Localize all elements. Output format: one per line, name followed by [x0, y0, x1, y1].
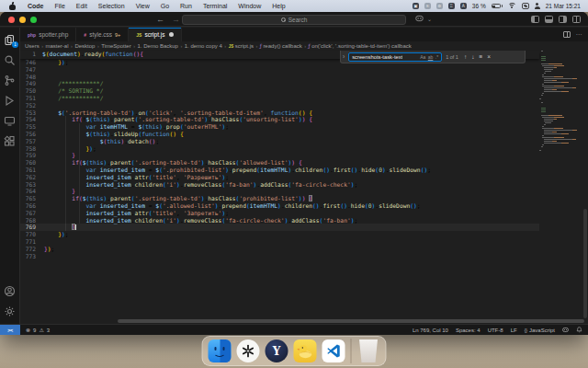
tab-spotter.php[interactable]: phpspotter.php: [20, 28, 76, 41]
tab-script.js[interactable]: JSscript.js: [129, 28, 182, 41]
find-expand-icon[interactable]: ›: [343, 53, 345, 60]
code-line-772[interactable]: 772});: [20, 246, 539, 253]
menu-selection[interactable]: Selection: [93, 3, 130, 9]
whole-word-icon[interactable]: ab: [428, 54, 434, 60]
code-line-771[interactable]: 771: [20, 238, 539, 246]
regex-icon[interactable]: .*: [435, 54, 438, 60]
split-editor-icon[interactable]: [563, 31, 571, 38]
code-line-751[interactable]: 751 /***********/: [20, 95, 539, 102]
vscode-dock-icon[interactable]: [322, 339, 345, 362]
status-spaces-4[interactable]: Spaces: 4: [456, 328, 481, 333]
menu-help[interactable]: Help: [266, 3, 290, 9]
breadcrumb-item[interactable]: Users: [25, 43, 40, 49]
code-line-768[interactable]: 768 inserted_item.children('i').removeCl…: [20, 217, 539, 224]
code-line-769[interactable]: 769 }: [20, 224, 539, 231]
code-lines[interactable]: 746 });747748749 /***********/750 /* SOR…: [20, 59, 539, 324]
chatgpt-dock-icon[interactable]: [237, 339, 260, 362]
code-line-748[interactable]: 748: [20, 74, 539, 81]
zoom-window-button[interactable]: [30, 17, 37, 23]
code-line-763[interactable]: 763 inserted_item.children('i').removeCl…: [20, 181, 539, 189]
apple-menu-icon[interactable]: [9, 3, 16, 10]
menu-terminal[interactable]: Terminal: [198, 3, 232, 9]
vertical-scrollbar[interactable]: [582, 51, 588, 324]
code-line-757[interactable]: 757 $(this).detach();: [20, 138, 539, 145]
modified-dot-icon[interactable]: [169, 32, 174, 37]
status-menu-icon-4[interactable]: ⠿: [448, 3, 455, 9]
match-case-icon[interactable]: Aa: [420, 54, 425, 60]
code-line-750[interactable]: 750 /* SORTING */: [20, 87, 539, 95]
prev-match-icon[interactable]: ↑: [464, 53, 467, 60]
code-line-770[interactable]: 770 });: [20, 231, 539, 238]
problems-indicator[interactable]: ⊗9 ⚠3: [20, 327, 55, 333]
code-line-766[interactable]: 766 var inserted_item = $('.allowed-list…: [20, 202, 539, 210]
breadcrumb-item[interactable]: JSscript.js: [229, 43, 254, 49]
remote-explorer-icon[interactable]: [4, 114, 16, 126]
code-line-764[interactable]: 764 }: [20, 188, 539, 195]
yandex-browser-dock-icon[interactable]: Y: [266, 339, 288, 362]
find-in-selection-icon[interactable]: ≡: [479, 53, 482, 60]
find-input[interactable]: screenshots-task-text Aa ab .*: [348, 52, 442, 62]
code-line-754[interactable]: 754 if(!$(this).parent('.sorting-table-t…: [20, 116, 539, 123]
status-lf[interactable]: LF: [511, 328, 517, 333]
code-line-760[interactable]: 760 if($(this).parent('.sorting-table-td…: [20, 159, 539, 167]
code-line-767[interactable]: 767 inserted_item.attr('title', 'Запрети…: [20, 210, 539, 217]
run-and-debug-icon[interactable]: [4, 94, 16, 106]
code-line-749[interactable]: 749 /***********/: [20, 80, 539, 87]
go-back-button[interactable]: ←: [156, 15, 164, 24]
code-line-765[interactable]: 765 if($(this).parent('.sorting-table-td…: [20, 195, 539, 202]
customize-layout-icon[interactable]: [572, 16, 581, 23]
menu-window[interactable]: Window: [232, 3, 266, 9]
status-menu-icon-2[interactable]: ✳: [424, 3, 431, 9]
breadcrumb-item[interactable]: ƒready() callback: [260, 43, 302, 49]
settings-gear-icon[interactable]: [4, 305, 16, 316]
breadcrumb-item[interactable]: master-al: [46, 43, 69, 49]
go-forward-button[interactable]: →: [172, 15, 180, 24]
breadcrumb-item[interactable]: ƒon('click', '.sorting-table-td-item') c…: [309, 43, 412, 49]
menu-bar-clock[interactable]: 21 Mar 15:21: [546, 3, 582, 9]
user-switch-icon[interactable]: [535, 3, 540, 9]
code-line-761[interactable]: 761 var inserted_item = $('.prohibited-l…: [20, 167, 539, 174]
extensions-icon[interactable]: [4, 134, 16, 146]
more-actions-icon[interactable]: ⋯: [576, 31, 583, 39]
breadcrumb-item[interactable]: TimeSpotter: [101, 43, 130, 49]
control-center-icon[interactable]: [522, 3, 529, 9]
code-line-752[interactable]: 752: [20, 102, 539, 109]
toggle-primary-sidebar-icon[interactable]: [531, 16, 539, 23]
menu-app[interactable]: Code: [22, 3, 50, 9]
remote-indicator[interactable]: ><: [0, 325, 20, 335]
search-view-icon[interactable]: [4, 53, 16, 65]
code-line-759[interactable]: 759 }: [20, 152, 539, 159]
breadcrumb-item[interactable]: Desktop: [74, 43, 95, 49]
breadcrumb-item[interactable]: 1. demo copy 4: [185, 43, 222, 49]
status-menu-icon-3[interactable]: ⚙: [436, 3, 443, 9]
close-window-button[interactable]: [8, 17, 15, 23]
toggle-panel-icon[interactable]: [545, 16, 553, 23]
battery-icon[interactable]: [492, 4, 503, 8]
code-line-762[interactable]: 762 inserted_item.attr('title', 'Разреши…: [20, 174, 539, 181]
tab-style.css[interactable]: #style.css9+: [76, 28, 129, 41]
close-find-icon[interactable]: ×: [487, 53, 491, 60]
notifications-bell-icon[interactable]: [576, 327, 582, 333]
command-center-search[interactable]: Search: [182, 15, 406, 25]
status-menu-icon-5[interactable]: A: [460, 3, 467, 9]
menu-edit[interactable]: Edit: [71, 3, 93, 9]
status-menu-icon-1[interactable]: ▣: [413, 3, 419, 9]
minimize-window-button[interactable]: [19, 17, 26, 23]
horizontal-scrollbar[interactable]: [118, 319, 584, 323]
copilot-status-icon[interactable]: [562, 327, 569, 333]
toggle-secondary-sidebar-icon[interactable]: [559, 16, 567, 23]
status-ln-769-col-10[interactable]: Ln 769, Col 10: [413, 328, 448, 333]
code-editor[interactable]: 1 $(document).ready(function(){ 746 });7…: [20, 51, 588, 324]
code-line-773[interactable]: 773: [20, 253, 539, 260]
trash-dock-icon[interactable]: [357, 339, 380, 362]
account-icon[interactable]: [4, 284, 16, 296]
menu-view[interactable]: View: [130, 3, 155, 9]
code-line-756[interactable]: 756 $(this).slideUp(function() {: [20, 131, 539, 138]
copilot-menu[interactable]: ⌄: [415, 15, 432, 22]
menu-go[interactable]: Go: [155, 3, 175, 9]
menu-run[interactable]: Run: [175, 3, 198, 9]
code-line-747[interactable]: 747: [20, 66, 539, 74]
status-javascript[interactable]: {}JavaScript: [525, 328, 555, 333]
menu-file[interactable]: File: [50, 3, 71, 9]
code-line-755[interactable]: 755 var itemHTML = $(this).prop('outerHT…: [20, 123, 539, 131]
